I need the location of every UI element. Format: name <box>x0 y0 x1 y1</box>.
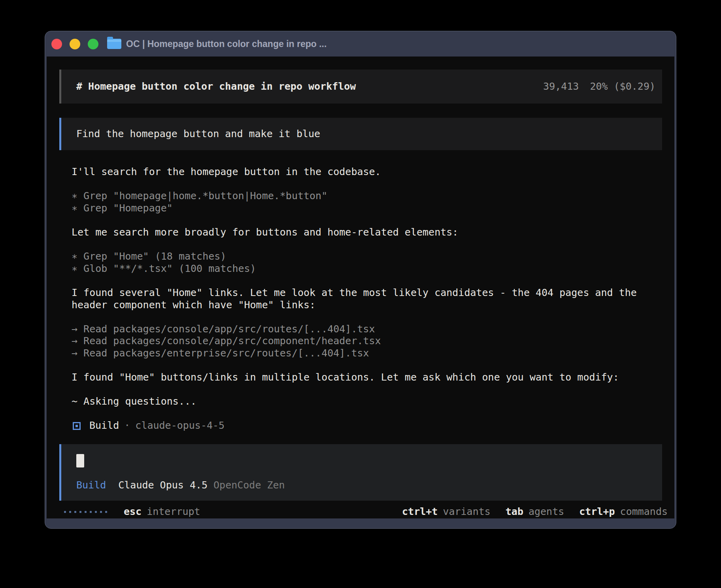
session-stats: 39,413 20% ($0.29) <box>543 81 655 93</box>
assistant-text-line: I found several "Home" links. Let me loo… <box>72 287 663 311</box>
close-button[interactable] <box>51 39 62 49</box>
build-agent-icon <box>73 422 81 430</box>
input-provider-label: OpenCode Zen <box>213 479 285 492</box>
hint-variants: ctrl+t variants <box>402 506 491 518</box>
spinner-dots <box>64 511 107 513</box>
terminal-window: OC | Homepage button color change in rep… <box>45 31 676 529</box>
interrupt-key: esc <box>124 506 142 518</box>
terminal-content: # Homepage button color change in repo w… <box>47 57 674 518</box>
tool-call-line: ∗ Grep "homepage|home.*button|Home.*butt… <box>72 190 663 202</box>
prompt-input[interactable]: Build Claude Opus 4.5 OpenCode Zen <box>59 444 662 501</box>
input-agent-label[interactable]: Build <box>76 479 106 492</box>
session-title: # Homepage button color change in repo w… <box>76 81 356 93</box>
window-title: OC | Homepage button color change in rep… <box>126 39 327 49</box>
assistant-transcript: I'll search for the homepage button in t… <box>72 166 663 432</box>
tool-call-line: → Read packages/console/app/src/componen… <box>72 335 663 347</box>
minimize-button[interactable] <box>70 39 80 49</box>
zoom-button[interactable] <box>88 39 98 49</box>
tool-call-line: ∗ Grep "Home" (18 matches) <box>72 251 663 263</box>
user-message: Find the homepage button and make it blu… <box>59 118 662 150</box>
hint-commands: ctrl+p commands <box>579 506 668 518</box>
tool-call-line: ∗ Glob "**/*.tsx" (100 matches) <box>72 263 663 275</box>
traffic-lights <box>51 39 98 49</box>
tool-call-line: → Read packages/enterprise/src/routes/[.… <box>72 347 663 360</box>
assistant-text-line: I found "Home" buttons/links in multiple… <box>72 371 663 384</box>
agent-separator: · <box>124 420 130 432</box>
hint-agents: tab agents <box>506 506 564 518</box>
agent-model: claude-opus-4-5 <box>135 420 225 432</box>
assistant-text-line: Let me search more broadly for buttons a… <box>72 226 663 239</box>
interrupt-label: interrupt <box>147 506 200 518</box>
window-titlebar[interactable]: OC | Homepage button color change in rep… <box>45 31 676 57</box>
agent-status-row: Build · claude-opus-4-5 <box>72 420 663 432</box>
folder-icon <box>107 39 121 49</box>
status-bar-left: esc interrupt <box>64 506 200 518</box>
tool-call-line: ∗ Grep "Homepage" <box>72 202 663 215</box>
input-meta: Build Claude Opus 4.5 OpenCode Zen <box>76 479 655 492</box>
tool-call-line: → Read packages/console/app/src/routes/[… <box>72 323 663 335</box>
input-model-label[interactable]: Claude Opus 4.5 <box>118 479 208 492</box>
text-cursor <box>76 454 84 467</box>
agent-name: Build <box>89 420 119 432</box>
status-bar: esc interrupt ctrl+t variants tab agents… <box>47 506 674 518</box>
assistant-working-line: ~ Asking questions... <box>72 396 663 408</box>
assistant-text-line: I'll search for the homepage button in t… <box>72 166 663 178</box>
session-header: # Homepage button color change in repo w… <box>59 70 662 104</box>
token-count: 39,413 <box>543 81 579 93</box>
status-bar-right: ctrl+t variants tab agents ctrl+p comman… <box>402 506 668 518</box>
context-cost: 20% ($0.29) <box>590 81 655 93</box>
user-message-text: Find the homepage button and make it blu… <box>76 128 320 140</box>
